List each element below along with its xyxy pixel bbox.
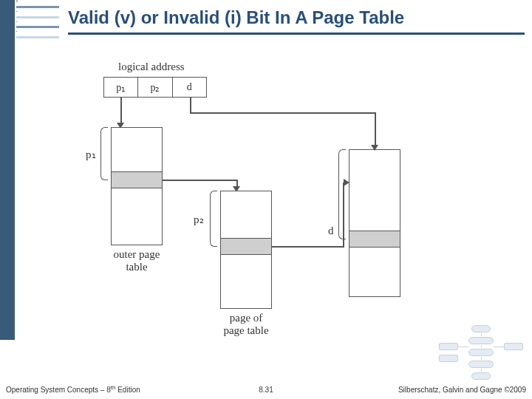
mem-row — [349, 150, 400, 231]
memory-frame — [349, 149, 400, 297]
brace-p1 — [100, 127, 108, 180]
thumbnail-preview: 0 • • • — [16, 0, 59, 61]
arrow-outer-to-inner-h — [163, 180, 236, 181]
footer-book-title: Operating System Concepts – 8 — [6, 386, 111, 395]
outer-page-table-caption: outer page table — [102, 248, 171, 273]
slide-footer: Operating System Concepts – 8th Edition … — [0, 380, 532, 399]
inner-row-selected — [221, 239, 271, 255]
inner-row — [221, 255, 271, 310]
inner-page-table-caption: page of page table — [211, 312, 281, 337]
outer-row-selected — [112, 172, 162, 188]
footer-edition-suffix: Edition — [115, 386, 140, 395]
arrow-d-v1 — [190, 98, 191, 112]
arrow-d-v2 — [375, 112, 376, 146]
inner-page-table — [220, 191, 272, 309]
la-cell-p1: p₁ — [104, 78, 138, 97]
inner-row — [221, 191, 271, 239]
arrow-d-head — [371, 145, 378, 151]
footer-right: Silberschatz, Galvin and Gagne ©2009 — [398, 386, 526, 394]
background-watermark-flowchart — [433, 322, 529, 381]
footer-left: Operating System Concepts – 8th Edition — [6, 384, 140, 394]
logical-address-box: p₁ p₂ d — [103, 77, 207, 98]
outer-row — [112, 128, 162, 172]
mem-row-selected — [349, 231, 400, 248]
mem-row — [349, 248, 400, 298]
brace-d — [338, 149, 346, 239]
outer-page-table — [111, 127, 163, 245]
logical-address-label: logical address — [118, 61, 185, 73]
footer-authors: Silberschatz, Galvin and Gagne — [398, 386, 504, 394]
p1-pointer-label: p₁ — [86, 148, 96, 161]
arrow-p1-down — [120, 98, 122, 123]
arrow-inner-to-mem-h — [272, 246, 343, 248]
la-cell-d: d — [173, 78, 206, 97]
slide-title: Valid (v) or Invalid (i) Bit In A Page T… — [68, 7, 525, 35]
arrow-d-h — [190, 112, 375, 114]
paging-diagram: logical address p₁ p₂ d p₁ outer page ta… — [44, 53, 495, 349]
footer-copyright: ©2009 — [504, 386, 526, 394]
la-cell-p2: p₂ — [138, 78, 172, 97]
outer-row — [112, 188, 162, 246]
p2-pointer-label: p₂ — [194, 213, 204, 226]
slide-sidebar-strip — [0, 0, 15, 340]
brace-p2 — [210, 191, 217, 247]
d-pointer-label: d — [328, 225, 334, 237]
